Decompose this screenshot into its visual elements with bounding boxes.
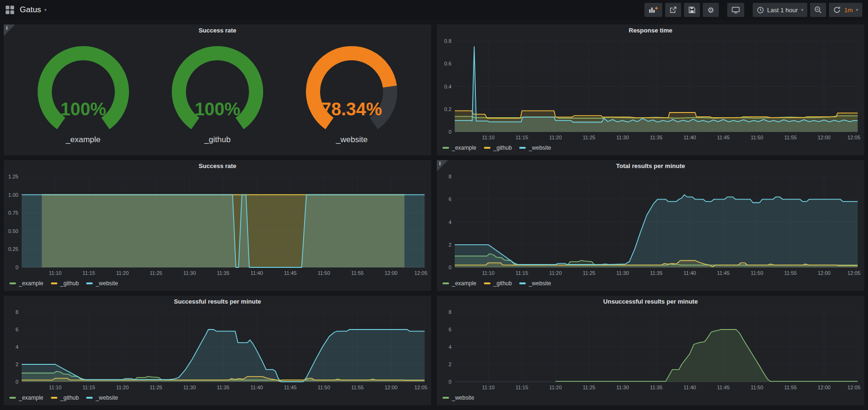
legend-label: _website [96, 394, 118, 401]
panel-title[interactable]: Total results per minute [437, 160, 864, 172]
svg-text:0.8: 0.8 [444, 38, 451, 44]
svg-text:12:00: 12:00 [385, 385, 398, 390]
legend-item-_example[interactable]: _example [442, 145, 476, 151]
legend-swatch [86, 397, 93, 399]
refresh-picker[interactable]: 1m ▾ [829, 3, 862, 17]
legend-item-_github[interactable]: _github [51, 394, 79, 401]
svg-text:11:15: 11:15 [515, 270, 528, 276]
time-range-picker[interactable]: Last 1 hour ▾ [753, 3, 808, 17]
svg-text:11:10: 11:10 [482, 270, 495, 276]
svg-text:11:25: 11:25 [150, 270, 162, 276]
panel-title[interactable]: Successful results per minute [4, 296, 431, 307]
legend-label: _example [452, 280, 476, 287]
save-button[interactable] [684, 3, 700, 17]
legend-item-_website[interactable]: _website [519, 145, 551, 151]
svg-text:11:25: 11:25 [583, 385, 595, 390]
chart-legend: _website [437, 392, 864, 405]
time-range-label: Last 1 hour [767, 7, 798, 14]
save-icon [688, 6, 696, 14]
legend-item-_website[interactable]: _website [519, 280, 551, 287]
refresh-interval-label: 1m [844, 7, 852, 14]
chart-legend: _example_github_website [437, 142, 864, 155]
legend-swatch [9, 397, 16, 399]
svg-text:2: 2 [449, 362, 451, 367]
svg-text:11:50: 11:50 [751, 270, 764, 276]
dashboard-title-dropdown[interactable]: Gatus ▾ [20, 5, 47, 15]
svg-text:11:55: 11:55 [784, 385, 797, 390]
legend-item-_example[interactable]: _example [9, 280, 43, 287]
svg-text:11:55: 11:55 [351, 270, 364, 276]
success-rate-chart[interactable]: 00.250.500.751.001.2511:1011:1511:2011:2… [4, 172, 431, 278]
svg-text:11:50: 11:50 [751, 385, 764, 390]
svg-text:11:45: 11:45 [284, 270, 297, 276]
cycle-view-button[interactable] [727, 3, 744, 17]
panel-info-icon[interactable] [4, 24, 15, 36]
svg-text:2: 2 [16, 362, 18, 367]
svg-text:11:25: 11:25 [150, 385, 162, 390]
legend-item-_github[interactable]: _github [484, 145, 512, 151]
zoom-out-icon [814, 6, 822, 14]
successful-results-chart[interactable]: 0246811:1011:1511:2011:2511:3011:3511:40… [4, 307, 431, 392]
apps-grid-icon[interactable] [6, 6, 14, 14]
chart-area[interactable]: 0246811:1011:1511:2011:2511:3011:3511:40… [437, 307, 864, 392]
chevron-down-icon: ▾ [801, 8, 804, 12]
panel-title[interactable]: Unsuccessful results per minute [437, 296, 864, 307]
panel-info-icon[interactable] [437, 160, 448, 171]
legend-item-_github[interactable]: _github [484, 280, 512, 287]
legend-label: _example [19, 394, 43, 401]
svg-text:2: 2 [449, 242, 451, 248]
svg-text:11:35: 11:35 [650, 135, 663, 140]
legend-swatch [86, 282, 93, 284]
gauge-_website: 78.34%_website [290, 44, 413, 145]
chart-area[interactable]: 00.250.500.751.001.2511:1011:1511:2011:2… [4, 172, 431, 278]
legend-item-_website[interactable]: _website [442, 394, 474, 401]
svg-text:11:45: 11:45 [717, 135, 730, 140]
panel-success-rate-timeseries: Success rate 00.250.500.751.001.2511:101… [4, 160, 431, 291]
svg-text:0.6: 0.6 [444, 61, 451, 66]
total-results-chart[interactable]: 0246811:1011:1511:2011:2511:3011:3511:40… [437, 172, 864, 278]
svg-text:11:15: 11:15 [515, 135, 528, 140]
panel-title[interactable]: Response time [437, 24, 864, 36]
share-button[interactable] [665, 3, 681, 17]
response-time-chart[interactable]: 00.20.40.60.811:1011:1511:2011:2511:3011… [437, 36, 864, 142]
chart-legend: _example_github_website [437, 278, 864, 291]
panel-title[interactable]: Success rate [4, 160, 431, 172]
legend-item-_website[interactable]: _website [86, 280, 118, 287]
gauge-value: 78.34% [321, 99, 382, 119]
svg-text:12:00: 12:00 [818, 385, 831, 390]
legend-item-_website[interactable]: _website [86, 394, 118, 401]
svg-text:0.75: 0.75 [8, 210, 18, 216]
chart-area[interactable]: 0246811:1011:1511:2011:2511:3011:3511:40… [437, 172, 864, 278]
chart-area[interactable]: 00.20.40.60.811:1011:1511:2011:2511:3011… [437, 36, 864, 142]
legend-item-_github[interactable]: _github [51, 280, 79, 287]
svg-text:11:20: 11:20 [116, 385, 129, 390]
svg-text:12:00: 12:00 [818, 270, 831, 276]
svg-text:11:30: 11:30 [616, 270, 629, 276]
svg-text:12:05: 12:05 [414, 270, 427, 276]
svg-text:11:50: 11:50 [318, 385, 330, 390]
settings-button[interactable]: ⚙ [703, 3, 719, 17]
svg-text:11:40: 11:40 [250, 385, 263, 390]
chart-area[interactable]: 0246811:1011:1511:2011:2511:3011:3511:40… [4, 307, 431, 392]
unsuccessful-results-chart[interactable]: 0246811:1011:1511:2011:2511:3011:3511:40… [437, 307, 864, 392]
tv-monitor-icon [731, 6, 740, 14]
add-panel-icon [649, 6, 658, 14]
panel-title[interactable]: Success rate [4, 24, 431, 36]
svg-text:11:55: 11:55 [784, 135, 797, 140]
legend-item-_example[interactable]: _example [442, 280, 476, 287]
svg-text:11:55: 11:55 [351, 385, 364, 390]
legend-item-_example[interactable]: _example [9, 394, 43, 401]
svg-text:11:35: 11:35 [217, 385, 230, 390]
add-panel-button[interactable] [644, 3, 662, 17]
panel-success-rate-gauges: i Success rate 100%_example100%_github78… [4, 24, 431, 155]
svg-text:8: 8 [16, 309, 18, 315]
svg-text:12:05: 12:05 [414, 385, 427, 390]
svg-text:4: 4 [449, 219, 451, 225]
svg-text:11:15: 11:15 [82, 270, 95, 276]
svg-text:8: 8 [449, 309, 451, 315]
gauge-label: _github [204, 135, 231, 145]
zoom-out-button[interactable] [810, 3, 826, 17]
gauge-_github: 100%_github [156, 44, 279, 145]
svg-text:11:55: 11:55 [784, 270, 797, 276]
svg-text:6: 6 [449, 327, 451, 332]
